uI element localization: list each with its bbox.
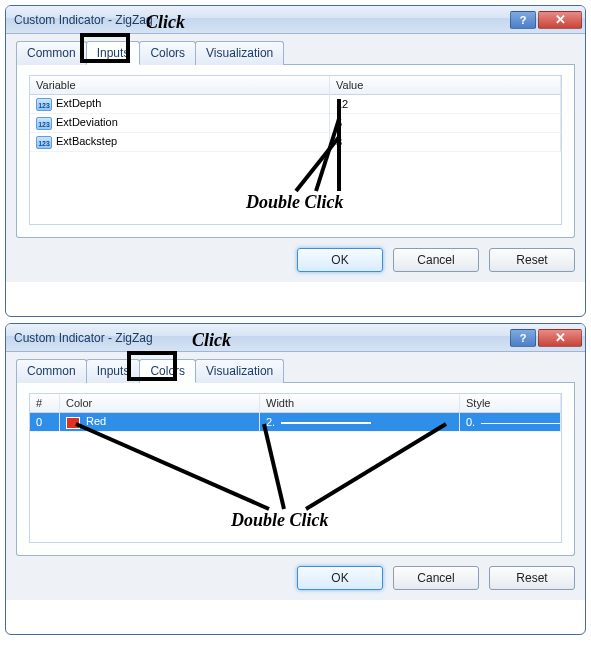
variable-value[interactable]: 5 bbox=[330, 114, 561, 132]
table-row[interactable]: 123ExtDepth 12 bbox=[30, 95, 561, 114]
col-color[interactable]: Color bbox=[60, 394, 260, 412]
col-value[interactable]: Value bbox=[330, 76, 561, 94]
col-width[interactable]: Width bbox=[260, 394, 460, 412]
window-buttons: ? ✕ bbox=[508, 329, 582, 347]
col-style[interactable]: Style bbox=[460, 394, 561, 412]
cancel-button[interactable]: Cancel bbox=[393, 566, 479, 590]
tab-colors[interactable]: Colors bbox=[139, 359, 196, 383]
dialog-inputs: Custom Indicator - ZigZag ? ✕ Common Inp… bbox=[5, 5, 586, 317]
row-index: 0 bbox=[30, 413, 60, 431]
style-preview-icon bbox=[481, 423, 561, 424]
help-button[interactable]: ? bbox=[510, 329, 536, 347]
table-row[interactable]: 0 Red 2. 0. bbox=[30, 413, 561, 432]
style-value: 0. bbox=[466, 416, 475, 428]
line-preview-icon bbox=[281, 422, 371, 424]
tab-visualization[interactable]: Visualization bbox=[195, 41, 284, 65]
color-swatch-icon bbox=[66, 417, 80, 429]
int-icon: 123 bbox=[36, 98, 52, 111]
dialog-buttons: OK Cancel Reset bbox=[16, 248, 575, 272]
tab-visualization[interactable]: Visualization bbox=[195, 359, 284, 383]
tab-strip: Common Inputs Colors Visualization bbox=[16, 40, 575, 65]
table-header: # Color Width Style bbox=[30, 394, 561, 413]
dialog-buttons: OK Cancel Reset bbox=[16, 566, 575, 590]
tab-inputs[interactable]: Inputs bbox=[86, 359, 141, 383]
tab-colors[interactable]: Colors bbox=[139, 41, 196, 65]
close-button[interactable]: ✕ bbox=[538, 329, 582, 347]
inputs-table: Variable Value 123ExtDepth 12 123ExtDevi… bbox=[29, 75, 562, 225]
table-row[interactable]: 123ExtDeviation 5 bbox=[30, 114, 561, 133]
dialog-colors: Custom Indicator - ZigZag ? ✕ Common Inp… bbox=[5, 323, 586, 635]
ok-button[interactable]: OK bbox=[297, 566, 383, 590]
int-icon: 123 bbox=[36, 136, 52, 149]
reset-button[interactable]: Reset bbox=[489, 566, 575, 590]
titlebar[interactable]: Custom Indicator - ZigZag ? ✕ bbox=[6, 6, 585, 34]
variable-name: ExtDeviation bbox=[56, 116, 118, 128]
variable-name: ExtBackstep bbox=[56, 135, 117, 147]
variable-value[interactable]: 3 bbox=[330, 133, 561, 151]
window-title: Custom Indicator - ZigZag bbox=[14, 13, 508, 27]
variable-value[interactable]: 12 bbox=[330, 95, 561, 113]
table-row[interactable]: 123ExtBackstep 3 bbox=[30, 133, 561, 152]
dialog-body: Common Inputs Colors Visualization # Col… bbox=[6, 352, 585, 600]
window-buttons: ? ✕ bbox=[508, 11, 582, 29]
tab-strip: Common Inputs Colors Visualization bbox=[16, 358, 575, 383]
cancel-button[interactable]: Cancel bbox=[393, 248, 479, 272]
colors-pane: # Color Width Style 0 Red 2. 0. bbox=[16, 383, 575, 556]
help-button[interactable]: ? bbox=[510, 11, 536, 29]
int-icon: 123 bbox=[36, 117, 52, 130]
tab-common[interactable]: Common bbox=[16, 359, 87, 383]
col-index[interactable]: # bbox=[30, 394, 60, 412]
inputs-pane: Variable Value 123ExtDepth 12 123ExtDevi… bbox=[16, 65, 575, 238]
colors-table: # Color Width Style 0 Red 2. 0. bbox=[29, 393, 562, 543]
reset-button[interactable]: Reset bbox=[489, 248, 575, 272]
dialog-body: Common Inputs Colors Visualization Varia… bbox=[6, 34, 585, 282]
ok-button[interactable]: OK bbox=[297, 248, 383, 272]
width-value: 2. bbox=[266, 416, 275, 428]
color-name: Red bbox=[86, 415, 106, 427]
col-variable[interactable]: Variable bbox=[30, 76, 330, 94]
table-header: Variable Value bbox=[30, 76, 561, 95]
tab-common[interactable]: Common bbox=[16, 41, 87, 65]
tab-inputs[interactable]: Inputs bbox=[86, 41, 141, 65]
close-button[interactable]: ✕ bbox=[538, 11, 582, 29]
variable-name: ExtDepth bbox=[56, 97, 101, 109]
window-title: Custom Indicator - ZigZag bbox=[14, 331, 508, 345]
titlebar[interactable]: Custom Indicator - ZigZag ? ✕ bbox=[6, 324, 585, 352]
